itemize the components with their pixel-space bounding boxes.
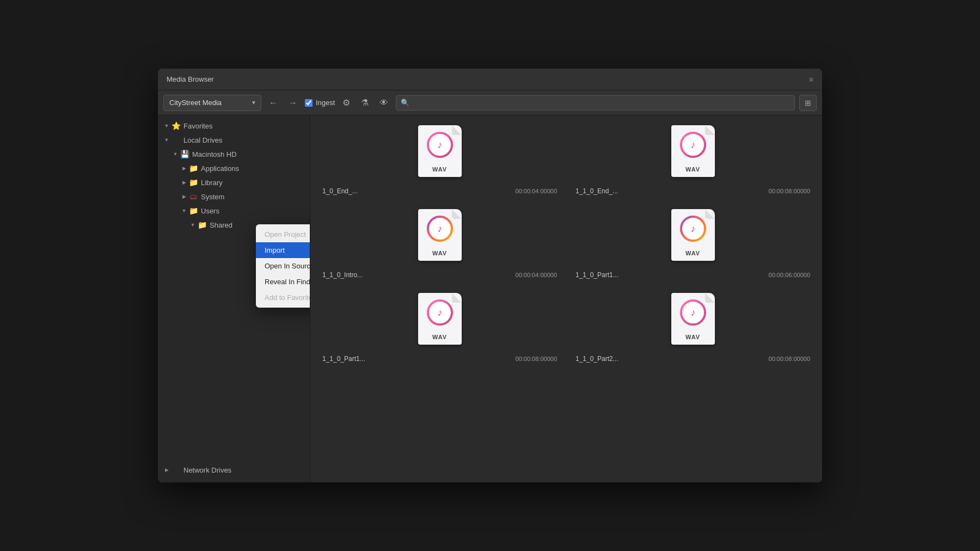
svg-text:♪: ♪ — [437, 307, 442, 318]
file-item-5[interactable]: ♪ 1_1_0_Part1... 00:00:08:00000 — [316, 289, 564, 367]
media-browser-window: Media Browser ≡ CityStreet Media ▼ ← → I… — [158, 69, 822, 482]
music-note-svg-4: ♪ — [679, 215, 707, 243]
applications-arrow — [180, 164, 188, 173]
system-label: System — [201, 193, 224, 201]
file-duration-4: 00:00:06:00000 — [769, 272, 810, 278]
title-bar-controls: ≡ — [809, 75, 813, 84]
network-drives-icon — [171, 465, 181, 475]
file-row-5: 1_1_0_Part1... 00:00:08:00000 — [322, 355, 557, 363]
shared-arrow — [188, 221, 197, 229]
file-name-2: 1_1_0_End_... — [575, 187, 764, 195]
local-drives-label: Local Drives — [183, 136, 223, 144]
sidebar-item-applications[interactable]: 📁 Applications — [158, 161, 310, 175]
sidebar: ⭐ Favorites Local Drives 💾 Macintosh HD … — [158, 115, 310, 482]
context-menu-open-source-monitor[interactable]: Open In Source Monitor — [256, 258, 310, 274]
users-folder-icon: 📁 — [188, 206, 198, 216]
sidebar-item-local-drives[interactable]: Local Drives — [158, 133, 310, 147]
file-duration-1: 00:00:04:00000 — [516, 188, 557, 194]
ingest-group: Ingest — [305, 99, 335, 107]
file-thumb-3: ♪ — [320, 209, 559, 271]
ingest-checkbox[interactable] — [305, 99, 313, 107]
toolbar: CityStreet Media ▼ ← → Ingest ⚙ ⚗ 👁 🔍 ⊞ — [158, 90, 822, 115]
file-thumb-6: ♪ — [573, 293, 812, 355]
macintosh-hd-arrow — [171, 150, 180, 158]
file-info-5: 1_1_0_Part1... 00:00:08:00000 — [320, 355, 559, 363]
favorites-icon: ⭐ — [171, 121, 181, 131]
local-drives-arrow — [162, 136, 171, 144]
context-menu: Open Project Import Open In Source Monit… — [256, 224, 310, 308]
file-duration-6: 00:00:08:00000 — [769, 356, 810, 362]
file-name-4: 1_1_0_Part1... — [575, 271, 764, 279]
svg-text:♪: ♪ — [437, 139, 442, 150]
system-folder-icon: 🗂 — [188, 192, 198, 201]
file-item-4[interactable]: ♪ 1_1_0_Part1... 00:00:06:00000 — [569, 205, 817, 283]
file-info-6: 1_1_0_Part2... 00:00:08:00000 — [573, 355, 812, 363]
search-box[interactable]: 🔍 — [396, 95, 795, 111]
settings-button[interactable]: ⚙ — [339, 95, 353, 111]
svg-text:♪: ♪ — [690, 223, 695, 234]
file-name-1: 1_0_End_... — [322, 187, 511, 195]
macintosh-hd-label: Macintosh HD — [192, 150, 237, 158]
file-thumb-2: ♪ — [573, 125, 812, 187]
location-dropdown[interactable]: CityStreet Media ▼ — [163, 95, 261, 111]
library-arrow — [180, 178, 188, 187]
svg-text:♪: ♪ — [690, 139, 695, 150]
wav-icon-3: ♪ — [415, 209, 464, 269]
music-note-svg-1: ♪ — [426, 131, 454, 159]
context-menu-add-favorites[interactable]: Add to Favorites — [256, 290, 310, 305]
svg-text:♪: ♪ — [690, 307, 695, 318]
file-duration-2: 00:00:08:00000 — [769, 188, 810, 194]
context-menu-open-project[interactable]: Open Project — [256, 226, 310, 242]
context-menu-import[interactable]: Import — [256, 242, 310, 258]
file-item-3[interactable]: ♪ 1_1_0_Intro... 00:00:04:00000 — [316, 205, 564, 283]
filter-button[interactable]: ⚗ — [358, 95, 372, 111]
file-item-2[interactable]: ♪ 1_1_0_End_... 00:00:08:00000 — [569, 121, 817, 199]
sidebar-item-favorites[interactable]: ⭐ Favorites — [158, 119, 310, 133]
file-duration-3: 00:00:04:00000 — [516, 272, 557, 278]
shared-label: Shared — [210, 221, 232, 229]
eye-button[interactable]: 👁 — [376, 95, 391, 111]
back-button[interactable]: ← — [266, 95, 281, 111]
ingest-label: Ingest — [316, 99, 335, 107]
music-note-svg-5: ♪ — [426, 298, 454, 327]
network-drives-label: Network Drives — [183, 466, 231, 474]
sidebar-item-macintosh-hd[interactable]: 💾 Macintosh HD — [158, 147, 310, 161]
search-icon: 🔍 — [401, 99, 409, 107]
applications-label: Applications — [201, 164, 239, 173]
file-thumb-1: ♪ — [320, 125, 559, 187]
preview-button[interactable]: ⊞ — [799, 95, 817, 111]
wav-icon-2: ♪ — [669, 125, 718, 185]
file-duration-5: 00:00:08:00000 — [516, 356, 557, 362]
sidebar-item-library[interactable]: 📁 Library — [158, 175, 310, 189]
file-name-6: 1_1_0_Part2... — [575, 355, 764, 363]
file-row-4: 1_1_0_Part1... 00:00:06:00000 — [575, 271, 810, 279]
main-content: ⭐ Favorites Local Drives 💾 Macintosh HD … — [158, 115, 822, 482]
file-name-3: 1_1_0_Intro... — [322, 271, 511, 279]
svg-text:♪: ♪ — [437, 223, 442, 234]
hamburger-icon[interactable]: ≡ — [809, 75, 813, 84]
search-input[interactable] — [413, 99, 790, 107]
applications-folder-icon: 📁 — [188, 163, 198, 173]
music-note-svg-2: ♪ — [679, 131, 707, 159]
file-info-1: 1_0_End_... 00:00:04:00000 — [320, 187, 559, 195]
shared-folder-icon: 📁 — [197, 220, 207, 230]
window-title: Media Browser — [167, 75, 809, 83]
system-arrow — [180, 192, 188, 201]
file-item-6[interactable]: ♪ 1_1_0_Part2... 00:00:08:00000 — [569, 289, 817, 367]
grid-icon: ⊞ — [805, 99, 811, 107]
forward-button[interactable]: → — [285, 95, 301, 111]
library-folder-icon: 📁 — [188, 177, 198, 187]
file-item-1[interactable]: ♪ 1_0_End_... 00:00:04:00000 — [316, 121, 564, 199]
file-thumb-4: ♪ — [573, 209, 812, 271]
sidebar-item-system[interactable]: 🗂 System — [158, 189, 310, 204]
drive-icon: 💾 — [180, 149, 189, 159]
context-menu-reveal-finder[interactable]: Reveal In Finder — [256, 274, 310, 290]
wav-icon-5: ♪ — [415, 293, 464, 353]
sidebar-item-network-drives[interactable]: Network Drives — [158, 463, 310, 477]
file-info-3: 1_1_0_Intro... 00:00:04:00000 — [320, 271, 559, 279]
wav-icon-1: ♪ — [415, 125, 464, 185]
music-note-svg-3: ♪ — [426, 215, 454, 243]
wav-icon-6: ♪ — [669, 293, 718, 353]
sidebar-item-users[interactable]: 📁 Users — [158, 204, 310, 218]
music-note-svg-6: ♪ — [679, 298, 707, 327]
